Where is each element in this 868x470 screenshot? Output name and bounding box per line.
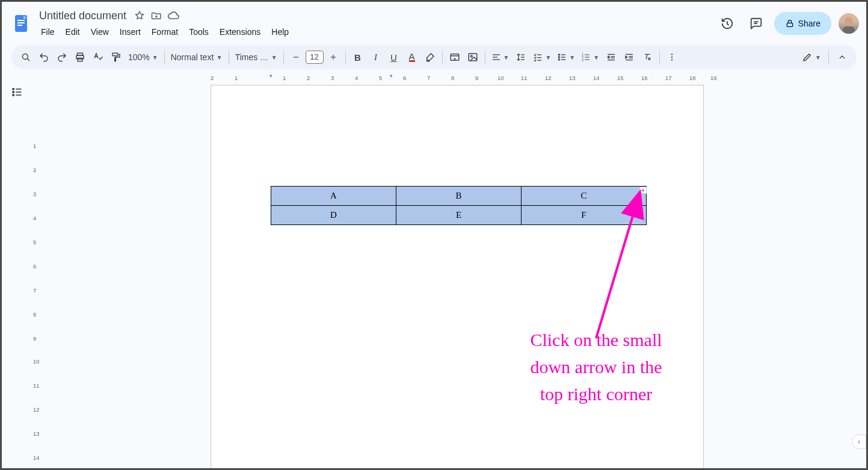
- font-size-input[interactable]: 12: [306, 51, 324, 64]
- paragraph-style-dropdown[interactable]: Normal text▼: [168, 49, 225, 66]
- redo-icon[interactable]: [54, 49, 70, 66]
- indent-marker-right[interactable]: ▾: [390, 73, 393, 79]
- menu-insert[interactable]: Insert: [115, 25, 145, 39]
- menu-file[interactable]: File: [37, 25, 59, 39]
- separator: [442, 51, 443, 64]
- history-icon[interactable]: [716, 13, 738, 34]
- annotation-line-2: down arrow in the: [488, 353, 704, 380]
- caret-down-icon: ▼: [815, 54, 821, 61]
- avatar[interactable]: [839, 13, 859, 34]
- svg-point-33: [559, 54, 560, 55]
- zoom-label: 100%: [128, 52, 150, 62]
- svg-rect-6: [787, 23, 792, 26]
- table-cell[interactable]: F: [522, 206, 647, 225]
- line-spacing-icon[interactable]: [512, 49, 529, 66]
- font-label: Times …: [235, 52, 269, 62]
- italic-icon[interactable]: I: [368, 49, 384, 66]
- editing-mode-dropdown[interactable]: ▼: [799, 49, 823, 66]
- highlight-color-icon[interactable]: [422, 49, 439, 66]
- caret-down-icon: ▼: [271, 54, 277, 61]
- caret-down-icon: ▼: [152, 54, 158, 61]
- align-dropdown[interactable]: ▼: [489, 49, 512, 66]
- search-menus-icon[interactable]: [17, 49, 34, 66]
- svg-line-10: [27, 58, 29, 61]
- show-outline-icon[interactable]: [8, 84, 25, 100]
- show-side-panel-icon[interactable]: ‹: [852, 434, 866, 449]
- zoom-dropdown[interactable]: 100%▼: [126, 49, 161, 66]
- comments-icon[interactable]: [745, 13, 767, 34]
- checklist-dropdown[interactable]: ▼: [531, 49, 553, 66]
- spellcheck-icon[interactable]: [90, 49, 106, 66]
- title-stack: Untitled document File Edit View Insert …: [37, 8, 293, 39]
- bold-icon[interactable]: B: [349, 49, 366, 66]
- insert-link-icon[interactable]: [446, 49, 463, 66]
- outline-column: [2, 73, 32, 468]
- font-dropdown[interactable]: Times …▼: [233, 49, 280, 66]
- move-icon[interactable]: [150, 10, 162, 22]
- bulleted-list-dropdown[interactable]: ▼: [555, 49, 577, 66]
- title-row: Untitled document: [37, 8, 293, 23]
- clear-formatting-icon[interactable]: [639, 49, 656, 66]
- indent-increase-icon[interactable]: [621, 49, 638, 66]
- menu-help[interactable]: Help: [267, 25, 293, 39]
- svg-point-23: [470, 55, 472, 57]
- svg-point-56: [671, 57, 673, 58]
- separator: [164, 51, 165, 64]
- table-cell[interactable]: B: [396, 187, 522, 206]
- menu-format[interactable]: Format: [147, 25, 182, 39]
- cloud-status-icon[interactable]: [167, 10, 179, 22]
- table-row[interactable]: A B C: [271, 187, 647, 206]
- indent-decrease-icon[interactable]: [603, 49, 620, 66]
- svg-rect-1: [17, 20, 25, 21]
- text-color-icon[interactable]: A: [404, 49, 420, 66]
- paint-format-icon[interactable]: [108, 49, 125, 66]
- menu-extensions[interactable]: Extensions: [215, 25, 265, 39]
- caret-down-icon: ▼: [545, 54, 551, 61]
- paragraph-style-label: Normal text: [171, 52, 214, 62]
- share-button[interactable]: Share: [774, 12, 831, 35]
- star-icon[interactable]: [134, 10, 146, 22]
- menu-tools[interactable]: Tools: [185, 25, 213, 39]
- annotation-text: Click on the small down arrow in the top…: [488, 326, 704, 407]
- menubar: File Edit View Insert Format Tools Exten…: [37, 25, 293, 39]
- svg-rect-2: [17, 22, 25, 23]
- ruler-horizontal[interactable]: 2 1 1 2 3 4 5 6 7 8 9 10 11 12 13 14 15 …: [211, 73, 704, 82]
- separator: [283, 51, 284, 64]
- collapse-toolbar-icon[interactable]: [834, 49, 851, 66]
- header: Untitled document File Edit View Insert …: [2, 2, 866, 42]
- indent-marker-left[interactable]: ▾: [269, 73, 272, 79]
- numbered-list-dropdown[interactable]: 123▼: [579, 49, 602, 66]
- table-cell[interactable]: C: [522, 187, 647, 206]
- svg-point-58: [13, 88, 14, 90]
- svg-point-9: [22, 54, 28, 59]
- svg-rect-22: [469, 54, 477, 61]
- page[interactable]: A B C D E F ▾ Click on the small down ar…: [211, 85, 704, 468]
- menu-edit[interactable]: Edit: [61, 25, 84, 39]
- ruler-vertical[interactable]: 1 2 3 4 5 6 7 8 9 10 11 12 13 14: [32, 82, 42, 468]
- table-options-caret-icon[interactable]: ▾: [639, 187, 647, 194]
- svg-point-35: [559, 59, 560, 60]
- table-cell[interactable]: D: [271, 206, 396, 225]
- header-right: Share: [716, 12, 859, 35]
- docs-logo[interactable]: [9, 11, 33, 36]
- document-table[interactable]: A B C D E F: [271, 186, 647, 225]
- more-tools-icon[interactable]: [663, 49, 680, 66]
- print-icon[interactable]: [72, 49, 88, 66]
- table-row[interactable]: D E F: [271, 206, 647, 225]
- table-cell[interactable]: A: [271, 187, 396, 206]
- undo-icon[interactable]: [35, 49, 52, 66]
- font-size-increase[interactable]: [325, 49, 342, 66]
- workspace: 2 1 1 2 3 4 5 6 7 8 9 10 11 12 13 14 15 …: [2, 73, 866, 468]
- table-cell[interactable]: E: [396, 206, 522, 225]
- caret-down-icon: ▼: [569, 54, 575, 61]
- font-size-decrease[interactable]: [288, 49, 304, 66]
- separator: [229, 51, 229, 64]
- document-title[interactable]: Untitled document: [37, 8, 129, 23]
- toolbar-right: ▼: [799, 49, 851, 66]
- underline-icon[interactable]: U: [386, 49, 402, 66]
- menu-view[interactable]: View: [87, 25, 113, 39]
- share-label: Share: [798, 19, 820, 28]
- insert-image-icon[interactable]: [464, 49, 481, 66]
- svg-rect-3: [17, 25, 22, 26]
- separator: [828, 51, 829, 64]
